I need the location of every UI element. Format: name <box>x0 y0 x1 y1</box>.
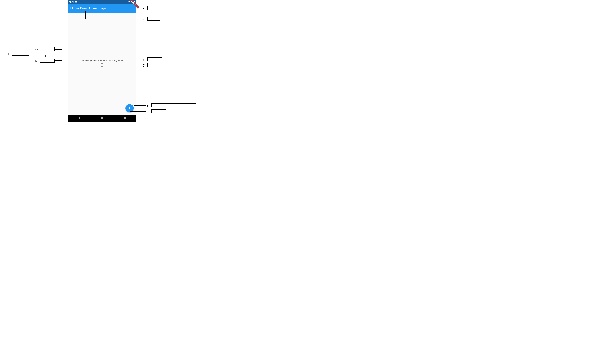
recent-icon[interactable] <box>123 117 126 120</box>
callout-1-label: 1- <box>7 52 10 56</box>
callout-6-box <box>147 57 162 61</box>
callout-2-label: 2- <box>143 6 146 10</box>
callout-7-box <box>147 63 162 67</box>
callout-8-box <box>151 103 196 107</box>
callout-7-label: 7- <box>143 64 146 67</box>
callout-8-label: 8- <box>147 104 150 107</box>
callout-4-box <box>40 47 55 51</box>
callout-2-box <box>147 6 162 10</box>
app-bar-title: Flutter Demo Home Page <box>70 6 106 10</box>
callout-9-label: 9- <box>147 110 150 114</box>
callout-6-label: 6- <box>143 58 146 62</box>
callout-5-box <box>40 59 55 62</box>
stack-plus-sign: + <box>44 54 46 58</box>
android-nav-bar <box>68 115 136 122</box>
floating-action-button[interactable]: + <box>125 104 134 112</box>
plus-icon: + <box>129 106 131 111</box>
callout-5-label: 5- <box>35 59 38 63</box>
callout-4-label: 4- <box>35 48 38 51</box>
svg-point-3 <box>101 117 103 119</box>
status-bar: 12:46 <box>68 0 136 4</box>
callout-9-box <box>151 110 167 113</box>
wifi-icon <box>128 1 130 3</box>
callout-3-label: 3- <box>143 17 146 21</box>
flutter-icon <box>75 1 77 3</box>
home-icon[interactable] <box>101 117 103 120</box>
status-time: 12:46 <box>69 1 74 3</box>
phone-frame: 12:46 Flutter Demo Home Page DEBUG You h… <box>68 0 136 122</box>
prompt-text: You have pushed the button this many tim… <box>81 60 123 62</box>
back-icon[interactable] <box>78 117 80 120</box>
counter-text: 0 <box>101 62 103 68</box>
callout-3-box <box>147 17 160 21</box>
app-bar: Flutter Demo Home Page DEBUG <box>68 4 136 12</box>
svg-rect-4 <box>124 117 126 119</box>
callout-1-box <box>12 52 29 56</box>
scaffold-body: You have pushed the button this many tim… <box>68 12 136 115</box>
